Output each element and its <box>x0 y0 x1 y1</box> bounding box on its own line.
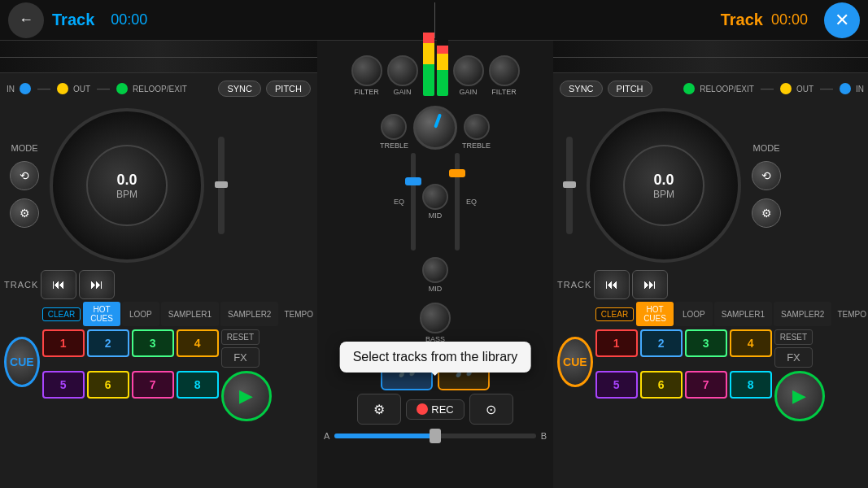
sync-button-left[interactable]: SYNC <box>218 81 261 97</box>
pitch-button-left[interactable]: PITCH <box>266 81 311 97</box>
left-turntable[interactable]: 0.0 BPM <box>50 108 204 263</box>
right-pitch-slider[interactable] <box>566 137 573 234</box>
right-cue-button[interactable]: CUE <box>557 337 593 387</box>
mid-left-knob[interactable] <box>422 184 448 210</box>
left-clear-button[interactable]: CLEAR <box>42 307 81 321</box>
center-mixer: Select tracks from the library FILTER GA… <box>317 41 553 488</box>
back-button[interactable]: ← <box>8 2 44 38</box>
treble-right-knob[interactable] <box>464 114 490 140</box>
mid-right-knob[interactable] <box>422 257 448 283</box>
right-pad-5[interactable]: 5 <box>595 371 638 399</box>
left-cue-row: CUE CLEAR HOT CUES LOOP SAMPLER1 SAMPLER… <box>4 302 313 421</box>
pitch-button-right[interactable]: PITCH <box>608 81 652 97</box>
right-bpm-value: 0.0 <box>653 172 674 189</box>
left-loop-tab[interactable]: LOOP <box>122 302 159 326</box>
sync-button-right[interactable]: SYNC <box>560 81 603 97</box>
left-cue-button[interactable]: CUE <box>4 337 40 387</box>
mid-left-label: MID <box>429 211 443 220</box>
crossfader[interactable] <box>334 434 535 438</box>
right-mode-btn-2[interactable]: ⚙ <box>752 198 781 228</box>
right-mode-btn-1[interactable]: ⟲ <box>752 161 781 190</box>
left-pad-5[interactable]: 5 <box>42 371 85 399</box>
left-prev-track[interactable]: ⏮ <box>41 270 76 299</box>
left-pad-2[interactable]: 2 <box>87 329 129 357</box>
right-pad-4[interactable]: 4 <box>730 329 772 357</box>
left-reset-button[interactable]: RESET <box>221 329 260 345</box>
left-channel-fader[interactable] <box>411 153 416 251</box>
left-sampler1-tab[interactable]: SAMPLER1 <box>161 302 219 326</box>
left-next-track[interactable]: ⏭ <box>79 270 115 299</box>
in-label-right: IN <box>856 85 864 94</box>
in-led <box>20 83 31 94</box>
left-fx-button[interactable]: FX <box>221 347 260 368</box>
left-mode-btn-2[interactable]: ⚙ <box>10 198 39 228</box>
right-pads-row1: 1 2 3 4 RESET FX <box>595 329 866 368</box>
close-button[interactable]: ✕ <box>824 2 860 38</box>
left-mode-btn-1[interactable]: ⟲ <box>10 161 39 190</box>
left-sampler2-tab[interactable]: SAMPLER2 <box>220 302 278 326</box>
left-waveform <box>0 41 317 73</box>
filter-right-label: FILTER <box>491 88 516 96</box>
right-pad-6[interactable]: 6 <box>640 371 683 399</box>
left-mode-col: MODE ⟲ ⚙ <box>4 143 45 228</box>
gain-right-knob[interactable] <box>453 55 484 86</box>
right-hot-cues-tab[interactable]: HOT CUES <box>636 302 674 326</box>
right-reset-button[interactable]: RESET <box>774 329 813 345</box>
right-deck-bottom: TRACK ⏮ ⏭ CUE CLEAR HOT CUES LOOP SAMPLE… <box>553 267 868 425</box>
right-prev-track[interactable]: ⏮ <box>594 270 630 299</box>
left-pitch-col <box>209 137 233 234</box>
left-track-nav: TRACK ⏮ ⏭ <box>4 270 313 299</box>
time-left: 00:00 <box>111 11 147 28</box>
right-fx-button[interactable]: FX <box>774 347 813 368</box>
library-tooltip: Select tracks from the library <box>340 342 531 373</box>
right-loop-tab[interactable]: LOOP <box>675 302 713 326</box>
rec-button[interactable]: REC <box>406 399 464 420</box>
right-sampler2-tab[interactable]: SAMPLER2 <box>774 302 831 326</box>
in-label: IN <box>7 85 15 94</box>
eq-left-label: EQ <box>394 198 404 206</box>
right-turntable[interactable]: 0.0 BPM <box>587 108 741 263</box>
vu-right <box>437 0 448 96</box>
left-pitch-slider[interactable] <box>218 137 225 234</box>
right-pad-2[interactable]: 2 <box>640 329 683 357</box>
mid-right-label: MID <box>429 285 443 293</box>
left-pad-1[interactable]: 1 <box>42 329 85 357</box>
filter-right-knob[interactable] <box>489 55 520 86</box>
right-sampler1-tab[interactable]: SAMPLER1 <box>714 302 772 326</box>
out-led-right <box>780 83 792 94</box>
treble-right-label: TREBLE <box>462 142 491 150</box>
filter-left-knob[interactable] <box>351 55 382 86</box>
right-pad-1[interactable]: 1 <box>595 329 638 357</box>
headphones-button[interactable]: ⊙ <box>469 394 513 425</box>
left-pad-6[interactable]: 6 <box>87 371 129 399</box>
right-mode-col: MODE ⟲ ⚙ <box>746 143 787 228</box>
volume-knob[interactable] <box>413 106 457 150</box>
right-next-track[interactable]: ⏭ <box>632 270 668 299</box>
left-hot-cues-tab[interactable]: HOT CUES <box>83 302 120 326</box>
right-pad-3[interactable]: 3 <box>685 329 727 357</box>
right-clear-button[interactable]: CLEAR <box>595 307 634 321</box>
right-turntable-inner: 0.0 BPM <box>623 145 704 226</box>
bass-knob[interactable] <box>420 303 451 333</box>
filter-left-label: FILTER <box>354 88 378 96</box>
gain-left-knob[interactable] <box>387 55 418 86</box>
left-pad-3[interactable]: 3 <box>132 329 174 357</box>
left-play-button[interactable]: ▶ <box>221 371 272 421</box>
right-deck: SYNC PITCH RELOOP/EXIT — OUT — IN 0.0 BP… <box>553 41 868 488</box>
treble-left-knob[interactable] <box>381 114 407 140</box>
main-area: IN — OUT — RELOOP/EXIT SYNC PITCH MODE ⟲… <box>0 41 868 488</box>
left-pad-4[interactable]: 4 <box>177 329 219 357</box>
right-pad-7[interactable]: 7 <box>685 371 727 399</box>
right-channel-fader[interactable] <box>455 153 460 251</box>
left-pad-7[interactable]: 7 <box>132 371 174 399</box>
left-cue-tabs: HOT CUES LOOP SAMPLER1 SAMPLER2 <box>83 302 278 326</box>
left-pad-8[interactable]: 8 <box>177 371 219 399</box>
gain-left-label: GAIN <box>393 88 411 96</box>
right-cue-row: CUE CLEAR HOT CUES LOOP SAMPLER1 SAMPLER… <box>557 302 866 421</box>
mixer-adjust-button[interactable]: ⚙ <box>357 394 401 425</box>
right-play-button[interactable]: ▶ <box>774 371 825 421</box>
out-label-right: OUT <box>796 85 813 94</box>
right-tempo-label: TEMPO <box>837 310 866 319</box>
right-pad-8[interactable]: 8 <box>730 371 772 399</box>
mixer-knobs-bass: MID <box>419 251 451 296</box>
